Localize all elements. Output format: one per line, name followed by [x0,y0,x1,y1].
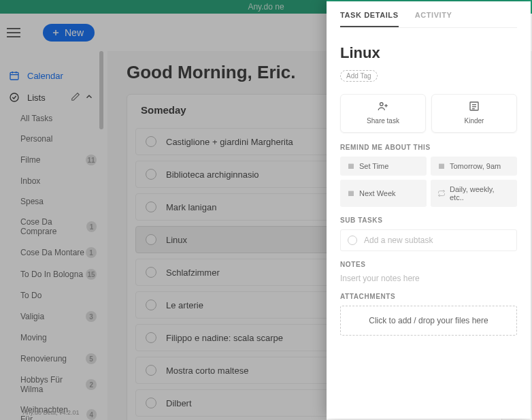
task-checkbox[interactable] [146,398,156,408]
sidebar-calendar-label: Calendar [27,71,63,81]
remind-next-week[interactable]: Next Week [340,180,427,207]
new-button-label: New [65,27,84,38]
sidebar-item[interactable]: Moving [0,327,102,348]
sidebar-item[interactable]: Cose Da Comprare1 [0,212,102,242]
sidebar-lists[interactable]: Lists [0,86,102,108]
remind-recurring[interactable]: Daily, weekly, etc.. [431,180,517,207]
notes-input[interactable]: Insert your notes here [340,274,517,283]
list-button[interactable]: Kinder [431,94,517,133]
task-label: Mark lanigan [166,202,216,212]
svg-point-8 [380,103,384,106]
sidebar-item-label: To Do [20,291,41,300]
sidebar-item[interactable]: Cose Da Montare1 [0,242,102,263]
sidebar-item[interactable]: Valigia3 [0,306,102,327]
sidebar-item[interactable]: Filme11 [0,149,102,171]
banner-text: Any.do ne [248,2,284,12]
task-label: Le arterie [166,300,203,310]
task-checkbox[interactable] [146,267,156,278]
count-badge: 3 [86,311,97,322]
task-label: Dilbert [166,398,192,408]
chevron-up-icon[interactable] [80,92,94,103]
task-label: Schlafzimmer [166,268,220,278]
count-badge: 11 [86,155,97,165]
scrollbar[interactable] [99,51,103,129]
sidebar-lists-label: Lists [27,93,46,103]
svg-rect-16 [439,164,444,169]
count-badge: 1 [86,221,97,232]
sidebar-item-label: Personal [20,134,52,144]
count-badge: 5 [86,353,97,364]
sidebar-calendar[interactable]: Calendar [0,65,102,86]
calendar-icon [8,69,20,82]
task-checkbox[interactable] [146,234,156,245]
sidebar-item-label: All Tasks [20,114,52,123]
panel-tabs: TASK DETAILS ACTIVITY [340,11,517,28]
task-checkbox[interactable] [146,300,156,310]
svg-rect-15 [348,164,354,169]
sidebar-item-label: Renovierung [20,354,67,364]
check-circle-icon [8,91,20,103]
svg-point-6 [10,93,18,101]
sidebar-item[interactable]: All Tasks [0,108,102,129]
task-checkbox[interactable] [146,332,156,343]
task-label: Filippo e nadine: scala scarpe [166,333,283,343]
sidebar-item-label: To Do In Bologna [20,270,83,279]
sidebar-item-label: Cose Da Comprare [20,217,86,236]
remind-section-label: REMIND ME ABOUT THIS [340,144,517,151]
sidebar-item[interactable]: To Do In Bologna15 [0,263,102,285]
sidebar-item-label: Valigia [20,312,44,321]
sidebar-item[interactable]: To Do [0,285,102,306]
task-checkbox[interactable] [146,136,156,147]
count-badge: 15 [86,269,97,280]
version-label: Any.do Beta, v4.2.01 [0,409,102,416]
task-checkbox[interactable] [146,201,156,212]
attachments-dropzone[interactable]: Click to add / drop your files here [340,306,517,336]
count-badge: 2 [86,379,97,390]
sidebar-item-label: Inbox [20,176,40,186]
count-badge: 1 [86,247,97,258]
circle-icon [348,236,357,245]
sidebar-item-label: Filme [20,155,40,165]
edit-icon[interactable] [67,92,80,103]
svg-rect-17 [348,191,354,197]
subtasks-section-label: SUB TASKS [340,216,517,224]
task-label: Castiglione + giardini Margherita [166,137,293,147]
task-label: Mostra corto maltese [166,366,248,376]
sidebar-item[interactable]: Inbox [0,171,102,191]
task-label: Biblioteca archiginnasio [166,169,259,180]
list-button-label: Kinder [465,117,484,125]
tab-task-details[interactable]: TASK DETAILS [340,11,399,27]
sidebar-item[interactable]: Spesa [0,191,102,212]
sidebar: Calendar Lists All TasksPersonalFilme11I… [0,51,102,420]
new-button[interactable]: New [43,24,95,42]
attachments-section-label: ATTACHMENTS [340,293,517,300]
task-detail-panel: TASK DETAILS ACTIVITY Linux Add Tag Shar… [327,1,531,419]
sidebar-item-label: Moving [20,333,47,342]
subtask-input-row[interactable] [340,229,517,251]
task-label: Linux [166,235,187,245]
share-task-label: Share task [367,117,399,125]
tab-activity[interactable]: ACTIVITY [415,11,452,27]
sidebar-item-label: Spesa [20,197,44,206]
sidebar-item-label: Cose Da Montare [20,248,84,257]
sidebar-item-label: Hobbys Für Wilma [20,375,86,394]
share-task-button[interactable]: Share task [340,94,426,133]
sidebar-item[interactable]: Hobbys Für Wilma2 [0,370,102,400]
subtask-input[interactable] [364,236,510,245]
sidebar-item[interactable]: Renovierung5 [0,348,102,370]
sidebar-item[interactable]: Personal [0,129,102,149]
remind-set-time[interactable]: Set Time [340,157,427,176]
task-checkbox[interactable] [146,365,156,376]
task-title[interactable]: Linux [340,44,517,62]
task-checkbox[interactable] [146,169,156,180]
svg-rect-2 [10,72,18,80]
notes-section-label: NOTES [340,261,517,268]
add-tag-button[interactable]: Add Tag [340,70,378,82]
remind-tomorrow[interactable]: Tomorrow, 9am [431,157,517,176]
menu-icon[interactable] [7,23,26,42]
